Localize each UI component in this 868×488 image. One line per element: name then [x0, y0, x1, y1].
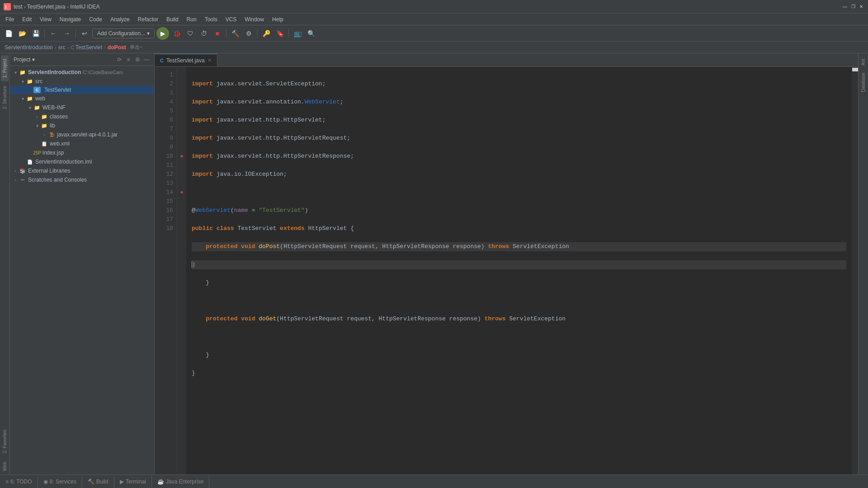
sync-button[interactable]: ⟳: [115, 56, 123, 64]
menu-item-help[interactable]: Help: [269, 15, 287, 23]
breadcrumb-method[interactable]: doPost: [108, 44, 126, 51]
tree-item-iml[interactable]: 📄 ServlentIntroduction.iml: [10, 157, 154, 166]
debug-button[interactable]: 🐞: [171, 28, 183, 39]
back-button[interactable]: ←: [47, 28, 59, 39]
vcs-button[interactable]: 🔖: [274, 28, 286, 39]
class-icon: C: [71, 45, 75, 50]
tree-item-web[interactable]: ▾ 📁 web: [10, 94, 154, 103]
bottom-tab-build[interactable]: 🔨 Build: [82, 475, 114, 488]
sidebar-tab-ant[interactable]: Ant: [859, 55, 867, 69]
terminal-button[interactable]: 📺: [292, 28, 303, 39]
sep1: [44, 29, 45, 38]
tree-item-webxml[interactable]: 📋 web.xml: [10, 139, 154, 148]
collapse-button[interactable]: ≡: [124, 56, 132, 64]
title-left: I test - TestServlet.java - IntelliJ IDE…: [4, 3, 100, 10]
profile-button[interactable]: ⏱: [198, 28, 210, 39]
bottom-tab-terminal[interactable]: ▶ Terminal: [114, 475, 152, 488]
close-button[interactable]: ✕: [858, 4, 864, 10]
make-button[interactable]: ⚙: [243, 28, 255, 39]
tree-item-scratches[interactable]: › ✏ Scratches and Consoles: [10, 175, 154, 184]
menu-item-run[interactable]: Run: [183, 15, 200, 23]
app-icon: I: [4, 3, 11, 10]
minimize-button[interactable]: —: [842, 4, 848, 10]
sidebar-tab-structure[interactable]: 2: Structure: [1, 82, 9, 113]
sidebar-tab-project[interactable]: 1: Project: [1, 55, 9, 81]
forward-button[interactable]: →: [61, 28, 73, 39]
menu-item-refactor[interactable]: Refactor: [134, 15, 162, 23]
menu-item-file[interactable]: File: [2, 15, 18, 23]
services-label: 8: Services: [50, 479, 76, 485]
tree-arrow-lib: ▾: [33, 123, 41, 128]
build-button[interactable]: 🔨: [229, 28, 241, 39]
tree-item-testservlet[interactable]: C TestServlet: [10, 86, 154, 94]
new-button[interactable]: 📄: [3, 28, 14, 39]
tree-label-root: ServlentIntroduction: [28, 69, 81, 75]
sep4: [257, 29, 258, 38]
terminal-label: Terminal: [126, 479, 146, 485]
menu-item-code[interactable]: Code: [85, 15, 106, 23]
folder-icon-web: 📁: [26, 95, 33, 102]
menu-item-view[interactable]: View: [36, 15, 55, 23]
warning-line14[interactable]: ●: [177, 188, 186, 197]
breadcrumb-src[interactable]: src: [58, 44, 66, 51]
project-panel: Project ▾ ⟳ ≡ ⚙ — ▾ 📁 ServlentIntroducti…: [10, 53, 155, 474]
open-button[interactable]: 📂: [16, 28, 28, 39]
jar-icon: 🗜: [48, 131, 55, 138]
breakpoint-line10[interactable]: ●: [177, 152, 186, 161]
xml-icon: 📋: [41, 140, 48, 147]
editor-tabs: C TestServlet.java ✕: [155, 53, 858, 67]
bottom-tab-services[interactable]: ◉ 8: Services: [38, 475, 82, 488]
sidebar-tab-database[interactable]: Database: [859, 69, 867, 96]
tab-close-button[interactable]: ✕: [208, 57, 212, 63]
java-enterprise-icon: ☕: [157, 479, 164, 485]
breadcrumb-class[interactable]: CTestServlet: [71, 44, 102, 51]
tree-label-jar: javax.servlet-api-4.0.1.jar: [57, 131, 118, 138]
window-title: test - TestServlet.java - IntelliJ IDEA: [14, 4, 100, 10]
search-button[interactable]: 🔍: [305, 28, 317, 39]
coverage-button[interactable]: 🛡: [184, 28, 196, 39]
project-panel-header: Project ▾ ⟳ ≡ ⚙ —: [10, 53, 154, 66]
tree-arrow-webinf: ▾: [26, 105, 33, 110]
tree-arrow-src: ▾: [19, 79, 26, 84]
panel-controls: ⟳ ≡ ⚙ —: [115, 56, 151, 64]
java-icon-ts: C: [33, 87, 41, 93]
code-content[interactable]: import javax.servlet.ServletException; i…: [186, 67, 852, 474]
tree-item-lib[interactable]: ▾ 📁 lib: [10, 121, 154, 130]
tree-item-src[interactable]: ▾ 📁 src: [10, 77, 154, 86]
sidebar-tab-web[interactable]: Web: [1, 458, 9, 474]
tree-item-webinf[interactable]: ▾ 📁 WEB-INF: [10, 103, 154, 112]
tree-item-jar[interactable]: › 🗜 javax.servlet-api-4.0.1.jar: [10, 130, 154, 139]
maximize-button[interactable]: ❐: [850, 4, 856, 10]
add-configuration[interactable]: Add Configuration... ▾: [92, 28, 155, 38]
services-icon: ◉: [43, 479, 48, 485]
git-button[interactable]: 🔑: [260, 28, 272, 39]
menu-item-vcs[interactable]: VCS: [222, 15, 241, 23]
history-back[interactable]: ↩: [79, 28, 90, 39]
save-button[interactable]: 💾: [30, 28, 42, 39]
tree-label-indexjsp: index.jsp: [42, 150, 64, 156]
tree-item-root[interactable]: ▾ 📁 ServlentIntroduction C:\CodeBaseCam: [10, 68, 154, 77]
sidebar-tab-favorites[interactable]: 2: Favorites: [1, 426, 9, 457]
settings-button[interactable]: ⚙: [133, 56, 142, 64]
menu-item-edit[interactable]: Edit: [19, 15, 35, 23]
iml-icon: 📄: [26, 158, 33, 165]
menu-item-navigate[interactable]: Navigate: [56, 15, 85, 23]
line-numbers: 12345 678910 1112131415 161718: [155, 67, 177, 474]
menu-item-build[interactable]: Build: [163, 15, 182, 23]
breadcrumb-project[interactable]: ServlentIntroduction: [5, 44, 53, 51]
tree-item-indexjsp[interactable]: JSP index.jsp: [10, 148, 154, 157]
run-button[interactable]: ▶: [156, 27, 169, 40]
menu-item-tools[interactable]: Tools: [201, 15, 221, 23]
bottom-tab-todo[interactable]: ≡ 6: TODO: [0, 475, 38, 488]
left-sidebar-tabs: 1: Project 2: Structure 2: Favorites Web: [0, 53, 10, 474]
title-bar: I test - TestServlet.java - IntelliJ IDE…: [0, 0, 868, 14]
menu-item-analyze[interactable]: Analyze: [107, 15, 133, 23]
tree-item-classes[interactable]: › 📁 classes: [10, 112, 154, 121]
tree-label-iml: ServlentIntroduction.iml: [35, 159, 92, 165]
menu-item-window[interactable]: Window: [241, 15, 268, 23]
bottom-tab-java-enterprise[interactable]: ☕ Java Enterprise: [152, 475, 209, 488]
editor-tab-testservlet[interactable]: C TestServlet.java ✕: [155, 54, 217, 66]
tree-item-extlibs[interactable]: › 📚 External Libraries: [10, 166, 154, 175]
stop-button[interactable]: ■: [212, 28, 223, 39]
hide-panel-button[interactable]: —: [142, 56, 151, 64]
